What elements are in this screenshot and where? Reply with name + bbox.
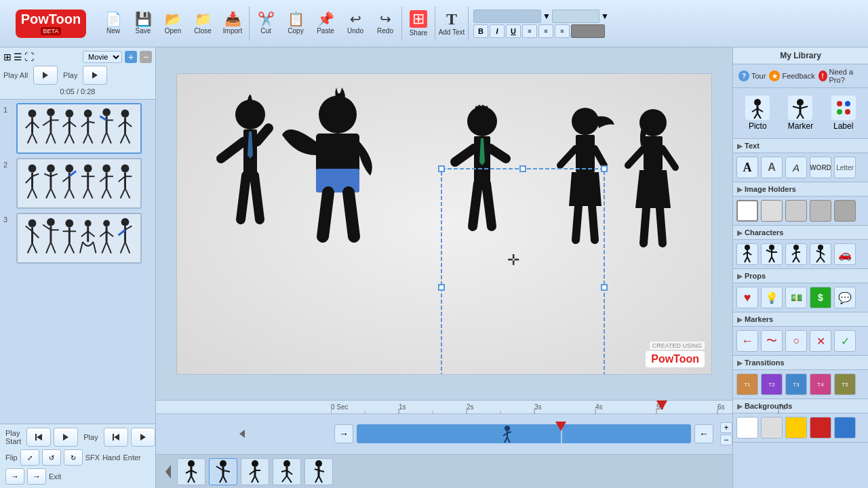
section-markers-header[interactable]: ▶ Markers	[733, 312, 868, 327]
underline-button[interactable]: U	[506, 24, 521, 38]
italic-button[interactable]: I	[490, 24, 505, 38]
trans-4[interactable]: T4	[810, 373, 831, 395]
play-start-play-button[interactable]	[54, 428, 78, 447]
text-item-5[interactable]: Letter	[834, 157, 856, 178]
color-swatch[interactable]	[571, 24, 605, 38]
canvas[interactable]: ✛ CREATED USING PowToon	[176, 73, 712, 375]
tour-button[interactable]: ? Tour	[738, 68, 766, 84]
feedback-button[interactable]: ★ Feedback	[769, 68, 814, 84]
section-characters-header[interactable]: ▶ Characters	[733, 226, 868, 240]
slide-thumb-1[interactable]	[16, 103, 142, 154]
add-text-button[interactable]: T Add Text	[437, 3, 467, 44]
slide-item-3[interactable]: 3	[3, 213, 152, 264]
text-item-2[interactable]: A	[761, 157, 783, 178]
view-icon-grid[interactable]: ⊞	[3, 52, 12, 62]
trans-5[interactable]: T5	[834, 373, 856, 395]
close-button[interactable]: 📁 Close	[188, 3, 218, 44]
prop-heart[interactable]: ♥	[736, 287, 758, 308]
new-button[interactable]: 📄 New	[98, 3, 128, 44]
playhead-marker[interactable]	[656, 401, 667, 410]
image-holder-5[interactable]	[834, 200, 856, 222]
marker-3[interactable]: ○	[785, 330, 807, 352]
slide-item-2[interactable]: 2	[3, 158, 152, 209]
anim-frame-1[interactable]	[177, 458, 205, 485]
cut-button[interactable]: ✂️ Cut	[251, 3, 281, 44]
add-slide-button[interactable]: +	[125, 51, 137, 63]
play-start-back-button[interactable]	[26, 428, 51, 447]
bg-red[interactable]	[810, 417, 831, 439]
save-button[interactable]: 💾 Save	[128, 3, 158, 44]
trans-1[interactable]: T1	[736, 373, 758, 395]
paste-button[interactable]: 📌 Paste	[311, 3, 340, 44]
movie-select[interactable]: Movie	[83, 51, 122, 63]
remove-slide-button[interactable]: −	[140, 51, 152, 63]
play-bottom-back-button[interactable]	[104, 428, 128, 447]
undo-button[interactable]: ↩ Undo	[340, 3, 370, 44]
char-2[interactable]	[761, 243, 783, 265]
timeline-scroll-left[interactable]: →	[334, 424, 353, 443]
play-bottom-play-button[interactable]	[131, 428, 155, 447]
anim-frame-2[interactable]	[209, 458, 237, 485]
zoom-in-button[interactable]: +	[720, 422, 732, 433]
prop-bulb[interactable]: 💡	[761, 287, 783, 308]
align-left-button[interactable]: ≡	[522, 24, 537, 38]
image-holder-3[interactable]	[785, 200, 807, 222]
bg-yellow[interactable]	[785, 417, 807, 439]
bg-blue[interactable]	[834, 417, 856, 439]
image-holder-2[interactable]	[761, 200, 783, 222]
prop-money[interactable]: 💵	[785, 287, 807, 308]
open-button[interactable]: 📂 Open	[158, 3, 188, 44]
flip-btn-1[interactable]: ⤢	[20, 449, 39, 466]
align-right-button[interactable]: ≡	[555, 24, 570, 38]
enter-btn-2[interactable]: →	[27, 468, 46, 485]
prop-dollar[interactable]: $	[810, 287, 831, 308]
copy-button[interactable]: 📋 Copy	[281, 3, 311, 44]
bold-button[interactable]: B	[473, 24, 488, 38]
section-image-holders-header[interactable]: ▶ Image Holders	[733, 182, 868, 197]
marker-1[interactable]: ←	[736, 330, 758, 352]
play-all-button[interactable]	[33, 66, 58, 85]
image-holder-4[interactable]	[810, 200, 831, 222]
import-button[interactable]: 📥 Import	[218, 3, 248, 44]
view-icon-list[interactable]: ☰	[14, 52, 22, 62]
zoom-out-button[interactable]: −	[720, 434, 732, 445]
anim-frame-4[interactable]	[273, 458, 301, 485]
trans-2[interactable]: T2	[761, 373, 783, 395]
trans-3[interactable]: T3	[785, 373, 807, 395]
align-center-button[interactable]: ≡	[538, 24, 553, 38]
slide-thumb-3[interactable]	[16, 213, 142, 264]
marker-button[interactable]: Marker	[785, 94, 816, 133]
enter-btn-1[interactable]: →	[5, 468, 24, 485]
marker-4[interactable]: ✕	[810, 330, 831, 352]
char-1[interactable]	[736, 243, 758, 265]
font-size-input[interactable]	[552, 9, 599, 23]
anim-frame-3[interactable]	[241, 458, 269, 485]
section-props-header[interactable]: ▶ Props	[733, 269, 868, 283]
share-button[interactable]: ⊞ Share	[403, 3, 433, 44]
image-holder-1[interactable]	[736, 200, 758, 222]
section-text-header[interactable]: ▶ Text	[733, 139, 868, 153]
pro-button[interactable]: ! Need a Pro?	[818, 68, 863, 84]
play-button-top[interactable]	[83, 66, 107, 85]
slide-item-1[interactable]: 1	[3, 103, 152, 154]
redo-button[interactable]: ↪ Redo	[370, 3, 400, 44]
bg-white[interactable]	[736, 417, 758, 439]
text-item-3[interactable]: A	[785, 157, 807, 178]
anim-frame-5[interactable]	[304, 458, 333, 485]
marker-2[interactable]: 〜	[761, 330, 783, 352]
slide-thumb-2[interactable]	[16, 158, 142, 209]
timeline-scroll-right[interactable]: ←	[694, 424, 713, 443]
view-icon-expand[interactable]: ⛶	[24, 52, 34, 62]
section-transitions-header[interactable]: ▶ Transitions	[733, 356, 868, 370]
label-button[interactable]: Label	[828, 94, 859, 133]
char-3[interactable]	[785, 243, 807, 265]
marker-5[interactable]: ✓	[834, 330, 856, 352]
flip-btn-2[interactable]: ↺	[42, 449, 61, 466]
text-item-1[interactable]: A	[736, 157, 758, 178]
flip-btn-3[interactable]: ↻	[64, 449, 83, 466]
char-4[interactable]	[810, 243, 831, 265]
char-5[interactable]: 🚗	[834, 243, 856, 265]
text-item-4[interactable]: WORD	[810, 157, 831, 178]
picto-button[interactable]: Picto	[742, 94, 773, 133]
bg-gray[interactable]	[761, 417, 783, 439]
